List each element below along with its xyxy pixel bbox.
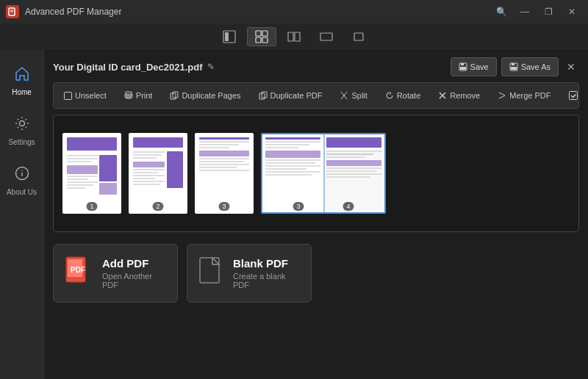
app-icon — [6, 5, 19, 18]
blank-pdf-card[interactable]: Blank PDF Create a blank PDF — [187, 244, 312, 303]
sidebar-item-settings[interactable]: Settings — [1, 107, 43, 154]
app-title: Advanced PDF Manager — [25, 7, 121, 17]
tab-bar — [0, 24, 588, 50]
page-1-thumb[interactable]: 1 — [62, 133, 121, 214]
save-button[interactable]: Save — [451, 57, 497, 76]
maximize-button[interactable]: ❐ — [538, 4, 559, 19]
rotate-button[interactable]: Rotate — [379, 86, 426, 105]
svg-point-13 — [19, 121, 24, 126]
svg-text:PDF: PDF — [71, 266, 85, 274]
search-button[interactable]: 🔍 — [491, 4, 512, 19]
bottom-actions: PDF Add PDF Open Another PDF — [53, 244, 579, 303]
doc-edit-icon: ✎ — [207, 62, 215, 72]
add-pdf-card[interactable]: PDF Add PDF Open Another PDF — [53, 244, 178, 303]
save-as-label: Save As — [521, 62, 551, 71]
add-pdf-icon: PDF — [65, 256, 92, 291]
title-bar-left: Advanced PDF Manager — [6, 5, 121, 18]
svg-rect-19 — [460, 67, 466, 70]
doc-actions: Save Save As ✕ — [451, 57, 579, 76]
blank-pdf-subtitle: Create a blank PDF — [233, 272, 299, 289]
svg-rect-22 — [511, 67, 517, 70]
close-doc-button[interactable]: ✕ — [563, 59, 579, 75]
add-pdf-text: Add PDF Open Another PDF — [102, 257, 165, 289]
svg-rect-4 — [225, 32, 229, 41]
home-icon — [14, 65, 30, 85]
content-area: Your Digital ID card_Dec2021.pdf ✎ Save … — [44, 50, 588, 379]
title-bar: Advanced PDF Manager 🔍 — ❐ ✕ — [0, 0, 588, 24]
page-3-thumb[interactable]: 3 — [195, 133, 254, 214]
tab-1[interactable] — [215, 27, 244, 46]
svg-rect-8 — [262, 37, 268, 43]
tab-2[interactable] — [247, 27, 276, 46]
add-pdf-subtitle: Open Another PDF — [102, 272, 165, 289]
svg-point-16 — [21, 170, 23, 172]
blank-pdf-text: Blank PDF Create a blank PDF — [233, 257, 299, 289]
tab-4[interactable] — [312, 27, 341, 46]
page-3-num: 3 — [218, 202, 229, 211]
doc-header: Your Digital ID card_Dec2021.pdf ✎ Save … — [53, 57, 579, 76]
page-1-num: 1 — [86, 202, 97, 211]
doc-title-area: Your Digital ID card_Dec2021.pdf ✎ — [53, 62, 215, 73]
info-icon — [14, 165, 30, 185]
svg-rect-10 — [295, 32, 300, 41]
settings-icon — [14, 115, 30, 135]
sidebar-item-about[interactable]: About Us — [1, 157, 43, 204]
page-4-thumb[interactable]: 4 3 — [261, 133, 386, 214]
svg-rect-5 — [256, 31, 261, 36]
svg-rect-11 — [320, 33, 332, 40]
duplicate-pages-button[interactable]: Duplicate Pages — [164, 86, 246, 105]
save-as-button[interactable]: Save As — [501, 57, 559, 76]
sidebar-settings-label: Settings — [8, 138, 35, 146]
svg-rect-21 — [512, 63, 514, 65]
blank-pdf-title: Blank PDF — [233, 257, 299, 270]
select-all-button[interactable]: Select All — [563, 86, 580, 105]
minimize-button[interactable]: — — [514, 4, 535, 19]
tab-3[interactable] — [279, 27, 309, 46]
sidebar-about-label: About Us — [7, 188, 37, 196]
page-2-thumb[interactable]: 2 — [129, 133, 187, 214]
print-button[interactable]: Print — [118, 86, 159, 105]
sidebar-item-home[interactable]: Home — [1, 57, 43, 104]
svg-rect-12 — [354, 33, 363, 40]
svg-rect-23 — [65, 92, 72, 99]
blank-pdf-icon — [199, 257, 223, 290]
svg-rect-18 — [461, 63, 464, 65]
remove-button[interactable]: Remove — [432, 86, 486, 105]
svg-rect-34 — [569, 92, 577, 100]
merge-pdf-button[interactable]: Merge PDF — [492, 86, 556, 105]
duplicate-pdf-button[interactable]: Duplicate PDF — [253, 86, 329, 105]
page-4-num: 4 — [343, 202, 354, 211]
doc-title: Your Digital ID card_Dec2021.pdf — [53, 62, 203, 73]
svg-rect-6 — [262, 31, 268, 36]
sidebar: Home Settings About Us — [0, 50, 44, 379]
unselect-button[interactable]: Unselect — [58, 86, 112, 105]
add-pdf-title: Add PDF — [102, 257, 165, 270]
sidebar-home-label: Home — [12, 88, 32, 96]
pages-container: 1 — [53, 115, 579, 232]
tab-5[interactable] — [344, 27, 373, 46]
svg-rect-7 — [256, 37, 261, 43]
close-button[interactable]: ✕ — [562, 4, 582, 19]
title-bar-controls: 🔍 — ❐ ✕ — [491, 4, 582, 19]
page-2-num: 2 — [152, 202, 163, 211]
toolbar: Unselect Print Duplicate Pages Duplicate… — [53, 82, 579, 109]
split-button[interactable]: Split — [334, 86, 373, 105]
main-layout: Home Settings About Us Your Digital ID c… — [0, 50, 588, 379]
svg-rect-9 — [288, 32, 293, 41]
save-label: Save — [470, 62, 489, 71]
page-5-num: 3 — [293, 202, 304, 211]
